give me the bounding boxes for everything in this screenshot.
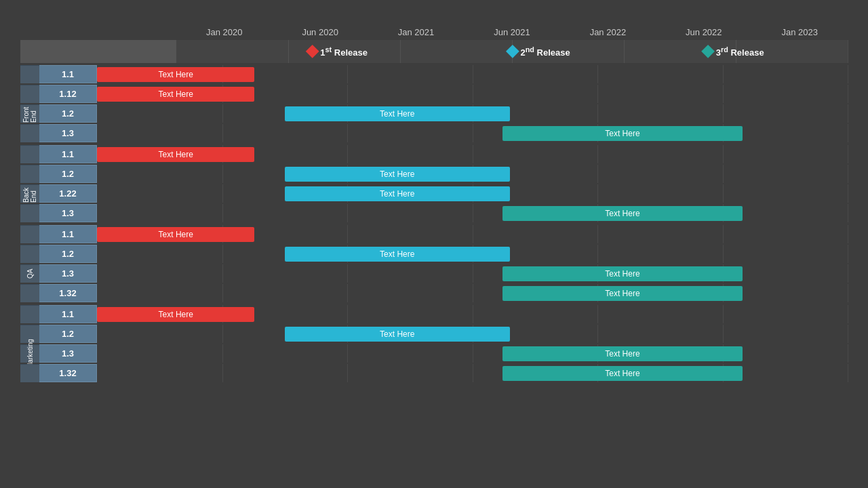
bar-3-0: Text Here [97,307,254,322]
version-cell-0-2: 1.2 [39,104,97,123]
section-label-2-1 [20,245,39,263]
row-2-1: 1.2Text Here [20,245,848,263]
row-3-1: 1.2Text Here [20,325,848,343]
row-0-3: 1.3Text Here [20,124,848,142]
date-header-row: Jan 2020Jun 2020Jan 2021Jun 2021Jan 2022… [176,27,848,37]
version-cell-1-2: 1.22 [39,184,97,203]
date-label-5: Jun 2022 [656,27,751,37]
milestone-releases: 1st Release2nd Release3rd Release [176,40,848,63]
section-label-3-3 [20,364,39,382]
timeline-container: Jan 2020Jun 2020Jan 2021Jun 2021Jan 2022… [20,27,848,481]
bar-0-3: Text Here [502,126,743,141]
section-label-2-0 [20,225,39,243]
version-cell-0-3: 1.3 [39,124,97,142]
gantt-cell-1-1: Text Here [97,165,848,183]
date-label-2: Jan 2021 [368,27,464,37]
section-label-0-3 [20,124,39,142]
gantt-cell-0-3: Text Here [97,124,848,142]
version-cell-3-1: 1.2 [39,325,97,343]
version-cell-1-3: 1.3 [39,204,97,222]
version-cell-3-3: 1.32 [39,364,97,382]
gantt-cell-1-3: Text Here [97,204,848,222]
version-cell-1-0: 1.1 [39,145,97,163]
bar-2-0: Text Here [97,227,254,242]
gantt-cell-2-1: Text Here [97,245,848,263]
bar-2-3: Text Here [502,286,743,301]
section-label-2-3 [20,284,39,302]
section-label-1-1 [20,165,39,183]
bar-2-2: Text Here [502,266,743,281]
gantt-cell-1-2: Text Here [97,184,848,203]
gantt-cell-3-3: Text Here [97,364,848,382]
section-label-1-0 [20,145,39,163]
release-marker-3: 3rd Release [703,45,764,58]
gantt-cell-2-3: Text Here [97,284,848,302]
bar-1-0: Text Here [97,147,254,162]
bar-1-1: Text Here [285,167,510,182]
date-label-0: Jan 2020 [176,27,272,37]
bar-0-0: Text Here [97,67,254,82]
row-0-0: 1.1Text Here [20,65,848,83]
row-2-0: 1.1Text Here [20,225,848,243]
row-2-3: 1.32Text Here [20,284,848,302]
bar-3-1: Text Here [285,327,510,342]
release-label-1: 1st Release [320,45,368,58]
date-label-6: Jan 2023 [752,27,848,37]
bar-2-1: Text Here [285,247,510,262]
gantt-cell-0-0: Text Here [97,65,848,83]
row-3-2: Marketing1.3Text Here [20,344,848,363]
version-cell-3-2: 1.3 [39,344,97,363]
version-cell-2-0: 1.1 [39,225,97,243]
release-diamond-3 [701,45,715,58]
bar-1-3: Text Here [502,206,743,221]
date-label-4: Jan 2022 [560,27,656,37]
gantt-cell-2-2: Text Here [97,264,848,283]
gantt-cell-3-0: Text Here [97,305,848,323]
version-cell-2-2: 1.3 [39,264,97,283]
section-label-1-3 [20,204,39,222]
version-cell-2-1: 1.2 [39,245,97,263]
section-label-3-2: Marketing [20,344,39,363]
release-label-2: 2nd Release [520,45,570,58]
version-cell-0-1: 1.12 [39,85,97,103]
section-label-0-0 [20,65,39,83]
gantt-cell-1-0: Text Here [97,145,848,163]
row-0-2: Front End1.2Text Here [20,104,848,123]
bar-1-2: Text Here [285,186,510,201]
bar-3-3: Text Here [502,366,743,381]
section-0: 1.1Text Here1.12Text HereFront End1.2Tex… [20,65,848,142]
release-diamond-1 [305,45,319,58]
row-1-2: Back End1.22Text Here [20,184,848,203]
section-1: 1.1Text Here1.2Text HereBack End1.22Text… [20,145,848,222]
bar-0-1: Text Here [97,87,254,102]
row-1-0: 1.1Text Here [20,145,848,163]
section-label-0-1 [20,85,39,103]
row-0-1: 1.12Text Here [20,85,848,103]
gantt-cell-2-0: Text Here [97,225,848,243]
section-label-1-2: Back End [20,184,39,203]
release-marker-2: 2nd Release [507,45,570,58]
date-label-1: Jun 2020 [272,27,368,37]
gantt-cell-3-2: Text Here [97,344,848,363]
gantt-cell-0-2: Text Here [97,104,848,123]
row-1-1: 1.2Text Here [20,165,848,183]
release-marker-1: 1st Release [307,45,368,58]
row-1-3: 1.3Text Here [20,204,848,222]
bar-3-2: Text Here [502,346,743,361]
gantt-cell-3-1: Text Here [97,325,848,343]
release-label-3: 3rd Release [716,45,764,58]
section-2: 1.1Text Here1.2Text HereQA1.3Text Here1.… [20,225,848,302]
version-cell-0-0: 1.1 [39,65,97,83]
row-2-2: QA1.3Text Here [20,264,848,283]
section-label-0-2: Front End [20,104,39,123]
version-cell-2-3: 1.32 [39,284,97,302]
row-3-0: 1.1Text Here [20,305,848,323]
row-3-3: 1.32Text Here [20,364,848,382]
milestones-label [20,40,176,63]
section-label-2-2: QA [20,264,39,283]
section-3: 1.1Text Here1.2Text HereMarketing1.3Text… [20,305,848,382]
version-cell-1-1: 1.2 [39,165,97,183]
page: Jan 2020Jun 2020Jan 2021Jun 2021Jan 2022… [0,0,868,488]
gantt-cell-0-1: Text Here [97,85,848,103]
release-diamond-2 [506,45,519,58]
